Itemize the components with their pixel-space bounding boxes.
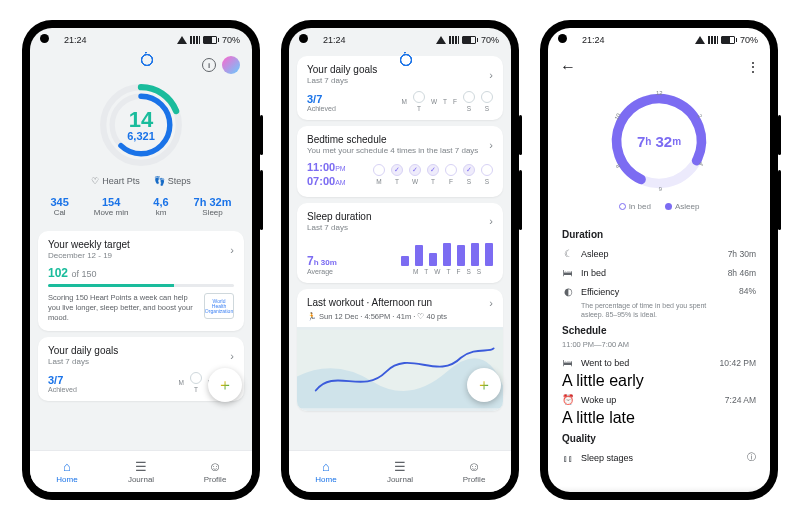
daily-goals-card[interactable]: Your daily goalsLast 7 days › 3/7Achieve… [297,56,503,120]
day-pips: M T W T F S S [401,91,493,112]
row-efficiency[interactable]: ◐Efficiency 84% [562,282,756,301]
who-logo: World Health Organization [204,293,234,319]
avatar[interactable] [222,56,240,74]
alarm-icon: ⏰ [562,394,574,405]
battery-pct: 70% [222,35,240,45]
phone-side-button [778,115,781,155]
card-title: Your weekly target [48,239,130,250]
bed-icon: 🛏 [562,267,574,278]
nav-profile[interactable]: ☺Profile [178,451,252,492]
phone-side-button [778,170,781,230]
weekly-target-card[interactable]: Your weekly target December 12 - 19 › 10… [38,231,244,331]
signal-icon [190,36,200,44]
nav-journal[interactable]: ☰Journal [104,451,178,492]
journal-icon: ☰ [394,459,406,474]
bedtime-day-checks: M ✓T ✓W ✓T F ✓S S [373,164,493,185]
signal-icon [449,36,459,44]
bottom-nav: ⌂Home ☰Journal ☺Profile [289,450,511,492]
sleep-bars [401,238,493,266]
chevron-right-icon: › [489,139,493,151]
chevron-right-icon: › [489,215,493,227]
camera-punch-hole [40,34,49,43]
info-icon[interactable]: ⓘ [747,452,756,464]
nav-journal[interactable]: ☰Journal [363,451,437,492]
section-title: Duration [562,229,756,240]
stats-row[interactable]: 345Cal 154Move min 4,6km 7h 32mSleep [30,192,252,225]
home-icon: ⌂ [63,459,71,474]
card-title: Your daily goals [48,345,118,356]
fab-add-button[interactable]: ＋ [467,368,501,402]
profile-icon: ☺ [467,459,480,474]
nav-home[interactable]: ⌂Home [30,451,104,492]
row-woke-up[interactable]: ⏰Woke up 7:24 AM [562,390,756,409]
clock: 21:24 [64,35,87,45]
phone-side-button [260,115,263,155]
nav-home[interactable]: ⌂Home [289,451,363,492]
back-button[interactable]: ← [560,58,576,76]
signal-icon [708,36,718,44]
phone-sleep-detail: 21:24 70% ← ⋮ 12 2 4 6 [540,20,778,500]
efficiency-description: The percentage of time in bed you spent … [581,301,721,319]
wifi-icon [436,36,446,44]
schedule-range: 11:00 PM—7:00 AM [562,340,756,349]
moon-icon: ☾ [562,248,574,259]
stat-cal: 345Cal [50,196,68,217]
status-bar: 21:24 70% [289,28,511,52]
overflow-menu-icon[interactable]: ⋮ [746,59,758,75]
stat-movemin: 154Move min [94,196,129,217]
home-icon: ⌂ [322,459,330,474]
row-went-to-bed[interactable]: 🛏Went to bed 10:42 PM [562,353,756,372]
camera-punch-hole [299,34,308,43]
status-bar: 21:24 70% [30,28,252,52]
wifi-icon [177,36,187,44]
steps-icon: 👣 [154,176,165,186]
chevron-right-icon: › [230,244,234,256]
ring-legend: ♡Heart Pts 👣Steps [30,176,252,186]
info-icon[interactable]: i [202,58,216,72]
stat-sleep: 7h 32mSleep [194,196,232,217]
half-circle-icon: ◐ [562,286,574,297]
profile-icon: ☺ [208,459,221,474]
battery-icon [462,36,478,44]
phone-side-button [260,170,263,230]
chevron-right-icon: › [230,350,234,362]
bed-icon: 🛏 [562,357,574,368]
phone-cards: 21:24 70% Your daily goalsLast 7 days › … [281,20,519,500]
battery-icon [203,36,219,44]
section-title: Schedule [562,325,756,336]
sleep-ring[interactable]: 12 2 4 6 8 10 7h 32m [548,82,770,200]
who-tip-text: Scoring 150 Heart Points a week can help… [48,293,196,323]
section-title: Quality [562,433,756,444]
row-asleep[interactable]: ☾Asleep 7h 30m [562,244,756,263]
heart-points-value: 14 [129,109,153,131]
heart-icon: ♡ [91,176,99,186]
row-in-bed[interactable]: 🛏In bed 8h 46m [562,263,756,282]
chevron-right-icon: › [489,297,493,309]
phone-home: 21:24 70% i [22,20,260,500]
status-bar: 21:24 70% [548,28,770,52]
stat-km: 4,6km [153,196,168,217]
phone-side-button [519,170,522,230]
bars-icon: ⫾⫾ [562,453,574,464]
run-icon: 🏃 [307,312,316,321]
activity-ring[interactable]: 14 6,321 [30,78,252,176]
sleep-legend: In bed Asleep [548,202,770,211]
bedtime-schedule-card[interactable]: Bedtime scheduleYou met your schedule 4 … [297,126,503,197]
phone-side-button [519,115,522,155]
steps-value: 6,321 [127,131,155,142]
row-sleep-stages[interactable]: ⫾⫾Sleep stages ⓘ [562,448,756,468]
wifi-icon [695,36,705,44]
chevron-right-icon: › [489,69,493,81]
fab-add-button[interactable]: ＋ [208,368,242,402]
camera-punch-hole [558,34,567,43]
bottom-nav: ⌂Home ☰Journal ☺Profile [30,450,252,492]
progress-bar [48,284,234,287]
card-subtitle: December 12 - 19 [48,251,130,260]
sleep-duration-card[interactable]: Sleep durationLast 7 days› 7h 30mAverage… [297,203,503,283]
nav-profile[interactable]: ☺Profile [437,451,511,492]
journal-icon: ☰ [135,459,147,474]
